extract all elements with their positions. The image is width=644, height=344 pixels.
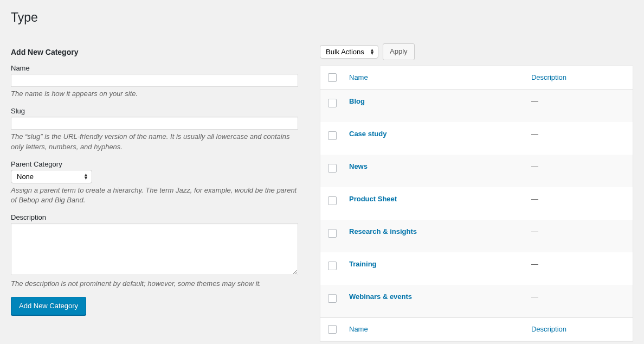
tablenav-top: Bulk Actions ▲▼ Apply bbox=[320, 43, 633, 60]
table-row: Blog— bbox=[320, 90, 633, 122]
table-row: Product Sheet— bbox=[320, 187, 633, 220]
row-checkbox[interactable] bbox=[328, 229, 337, 238]
column-header-name[interactable]: Name bbox=[349, 73, 368, 81]
categories-table: Name Description Blog—Case study—News—Pr… bbox=[320, 66, 633, 341]
category-description: — bbox=[526, 252, 633, 285]
category-link[interactable]: Webinars & events bbox=[349, 292, 412, 301]
category-link[interactable]: Research & insights bbox=[349, 227, 417, 235]
row-checkbox[interactable] bbox=[328, 294, 337, 303]
bulk-apply-button-top[interactable]: Apply bbox=[383, 43, 415, 60]
page-title: Type bbox=[11, 5, 633, 27]
add-category-button[interactable]: Add New Category bbox=[11, 297, 86, 315]
category-link[interactable]: Product Sheet bbox=[349, 195, 397, 203]
row-checkbox[interactable] bbox=[328, 196, 337, 205]
category-description: — bbox=[526, 155, 633, 187]
name-input[interactable] bbox=[11, 74, 298, 87]
row-checkbox[interactable] bbox=[328, 99, 337, 107]
parent-label: Parent Category bbox=[11, 160, 298, 168]
select-all-checkbox-top[interactable] bbox=[328, 73, 337, 82]
slug-help: The “slug” is the URL-friendly version o… bbox=[11, 132, 298, 152]
category-description: — bbox=[526, 220, 633, 252]
name-label: Name bbox=[11, 64, 298, 72]
category-description: — bbox=[526, 187, 633, 220]
table-row: Training— bbox=[320, 252, 633, 285]
parent-select[interactable]: None bbox=[11, 170, 47, 183]
category-link[interactable]: Case study bbox=[349, 130, 387, 138]
column-footer-name[interactable]: Name bbox=[349, 325, 368, 333]
table-row: News— bbox=[320, 155, 633, 187]
name-help: The name is how it appears on your site. bbox=[11, 89, 298, 99]
category-link[interactable]: Training bbox=[349, 260, 377, 268]
chevron-updown-icon: ▲▼ bbox=[83, 173, 88, 180]
slug-input[interactable] bbox=[11, 117, 298, 130]
form-heading: Add New Category bbox=[11, 48, 298, 56]
parent-help: Assign a parent term to create a hierarc… bbox=[11, 186, 298, 206]
category-description: — bbox=[526, 285, 633, 317]
category-description: — bbox=[526, 122, 633, 155]
table-row: Webinars & events— bbox=[320, 285, 633, 317]
add-category-form: Add New Category Name The name is how it… bbox=[11, 43, 298, 344]
category-description: — bbox=[526, 90, 633, 122]
category-link[interactable]: Blog bbox=[349, 97, 365, 105]
description-help: The description is not prominent by defa… bbox=[11, 279, 298, 289]
row-checkbox[interactable] bbox=[328, 131, 337, 140]
category-link[interactable]: News bbox=[349, 162, 368, 170]
bulk-actions-select-top[interactable]: Bulk Actions bbox=[320, 46, 378, 58]
select-all-checkbox-bottom[interactable] bbox=[328, 325, 337, 334]
row-checkbox[interactable] bbox=[328, 164, 337, 173]
slug-label: Slug bbox=[11, 107, 298, 115]
column-footer-description[interactable]: Description bbox=[531, 325, 566, 333]
description-textarea[interactable] bbox=[11, 223, 298, 275]
table-row: Research & insights— bbox=[320, 220, 633, 252]
description-label: Description bbox=[11, 213, 298, 221]
row-checkbox[interactable] bbox=[328, 262, 337, 270]
table-row: Case study— bbox=[320, 122, 633, 155]
column-header-description[interactable]: Description bbox=[531, 73, 566, 81]
